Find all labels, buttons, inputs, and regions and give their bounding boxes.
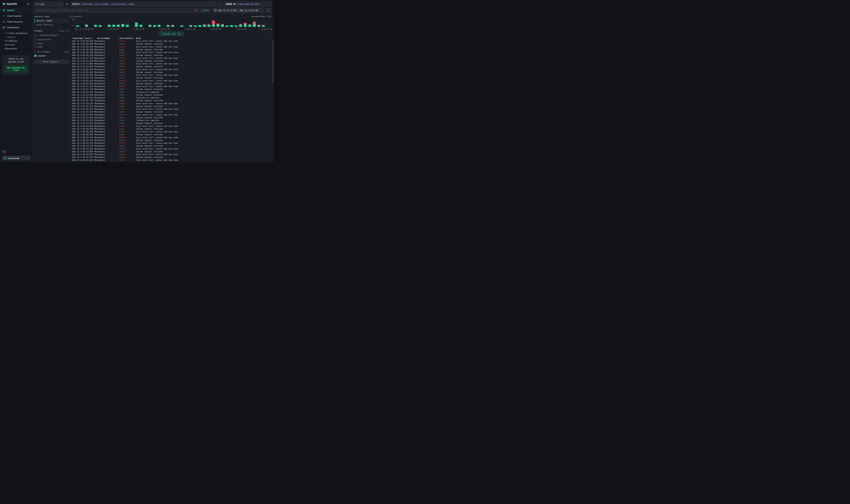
histogram-bar[interactable] [185,19,188,27]
table-row[interactable]: ›May 15 1:41:30.283 PMpaymenterrorVisa c… [70,102,272,105]
row-expand-icon[interactable]: › [70,108,72,111]
filter-checkbox[interactable] [34,46,36,48]
histogram-bar[interactable] [262,19,265,27]
row-expand-icon[interactable]: › [70,125,72,128]
histogram-bar[interactable] [90,19,92,27]
table-settings-icon[interactable]: ⋮ [269,37,272,40]
table-row[interactable]: ›May 15 1:42:04.392 PMpaymenterrorVisa c… [70,74,272,76]
presets-toggle[interactable]: PRESETS [0,35,32,39]
table-row[interactable]: ›May 15 1:40:38.466 PMpaymenterrorVisa c… [70,130,272,133]
histogram-bar[interactable] [112,19,115,27]
sql-select-editor[interactable]: SELECT Timestamp, ServiceName, SeverityT… [70,2,222,6]
table-row[interactable]: ›May 15 1:42:36.184 PMpaymentinfoCharge … [70,54,272,57]
table-row[interactable]: ›May 15 1:41:14.361 PMpaymentinfoCharge … [70,122,272,125]
table-row[interactable]: ›May 15 1:41:25.370 PMpaymentinfoCharge … [70,111,272,113]
histogram-bar[interactable] [94,19,97,27]
run-query-button[interactable]: ▷ [265,8,271,13]
filter-checkbox[interactable] [34,55,36,57]
histogram-bar[interactable] [108,19,111,27]
table-row[interactable]: ›May 15 1:40:24.214 PMpaymentinfoCharge … [70,145,272,147]
row-expand-icon[interactable]: › [70,94,72,96]
histogram-bar[interactable] [103,19,106,27]
table-row[interactable]: ›May 15 1:41:47.823 PMpaymentinfoTransac… [70,96,272,99]
gear-icon[interactable]: ⚙ [65,2,69,6]
table-row[interactable]: ›May 15 1:42:01.814 PMpaymentinfoCharge … [70,82,272,85]
table-row[interactable]: ›May 15 1:42:50.843 PMpaymenterrorVisa c… [70,40,272,42]
table-row[interactable]: ›May 15 1:41:53.274 PMpaymentinfoTransac… [70,91,272,94]
language-sql-option[interactable]: SQL [195,9,198,12]
row-expand-icon[interactable]: › [70,150,72,153]
table-row[interactable]: ›May 15 1:42:43.336 PMpaymentinfoCharge … [70,48,272,51]
histogram-bar[interactable] [176,19,179,27]
row-expand-icon[interactable]: › [70,142,72,145]
local-mode-button[interactable]: U Local mode [2,156,30,161]
sidebar-item-client-sessions[interactable]: Client Sessions [0,19,32,24]
histogram-bar[interactable] [203,19,206,27]
histogram-bar[interactable] [158,19,160,27]
histogram-bar[interactable] [248,19,251,27]
facet-clear-link[interactable]: Clear [64,51,69,53]
row-expand-icon[interactable]: › [70,60,72,62]
row-expand-icon[interactable]: › [70,111,72,113]
order-by-editor[interactable]: ORDER BY TimestampTime DESC [224,2,271,6]
sidebar-collapse-icon[interactable] [27,3,30,5]
analysis-mode-event-patterns[interactable]: Event Patterns [34,23,69,27]
table-row[interactable]: ›May 15 1:41:53.260 PMpaymentinfoCharge … [70,94,272,96]
histogram-bar[interactable] [180,19,183,27]
row-expand-icon[interactable]: › [70,74,72,76]
row-expand-icon[interactable]: › [70,156,72,159]
row-expand-icon[interactable]: › [70,85,72,88]
row-expand-icon[interactable]: › [70,99,72,102]
row-expand-icon[interactable]: › [70,153,72,156]
row-expand-icon[interactable]: › [70,48,72,51]
table-row[interactable]: ›May 15 1:42:13.055 PMpaymenterrorVisa c… [70,62,272,65]
row-expand-icon[interactable]: › [70,54,72,57]
column-resize-handle[interactable]: ⋮ [116,37,120,40]
table-row[interactable]: ›May 15 1:40:26.444 PMpaymentinfoCharge … [70,139,272,142]
row-expand-icon[interactable]: › [70,119,72,122]
row-expand-icon[interactable]: › [70,162,72,162]
column-header-servicename[interactable]: ServiceName⋮ [97,37,120,40]
row-expand-icon[interactable]: › [70,159,72,162]
histogram-bar[interactable] [76,19,79,27]
table-row[interactable]: ›May 15 1:40:26.445 PMpaymenterrorVisa c… [70,136,272,139]
row-expand-icon[interactable]: › [70,46,72,48]
row-expand-icon[interactable]: › [70,102,72,105]
row-expand-icon[interactable]: › [70,147,72,150]
sidebar-item-chart-explorer[interactable]: Chart Explorer [0,13,32,19]
histogram-bar[interactable] [144,19,147,27]
language-lucene-option[interactable]: Lucene [202,9,209,12]
row-expand-icon[interactable]: › [70,57,72,60]
source-select[interactable]: Logs [34,2,64,6]
histogram-bar[interactable] [221,19,224,27]
preset-kubernetes[interactable]: Kubernetes [0,47,32,51]
histogram-bar[interactable] [126,19,129,27]
histogram-bar[interactable] [207,19,210,27]
row-expand-icon[interactable]: › [70,133,72,136]
table-row[interactable]: ›May 15 1:40:10.597 PMpaymentinfoCharge … [70,156,272,159]
sidebar-item-dashboards[interactable]: Dashboards [0,24,32,30]
column-resize-handle[interactable]: ⋮ [94,37,97,40]
histogram-bar[interactable] [217,19,219,27]
table-row[interactable]: ›May 15 1:42:50.834 PMpaymentinfoCharge … [70,42,272,46]
column-header-body[interactable]: Body [136,37,269,40]
table-row[interactable]: ›May 15 1:40:10.601 PMpaymenterrorVisa c… [70,153,272,156]
table-row[interactable]: ›May 15 1:41:21.652 PMpaymentinfoCharge … [70,116,272,119]
histogram-bar[interactable] [194,19,197,27]
histogram-bar[interactable] [212,19,215,27]
row-expand-icon[interactable]: › [70,130,72,133]
filter-option-info[interactable]: info [34,45,69,49]
table-row[interactable]: ›May 15 1:40:14.511 PMpaymenterrorVisa c… [70,147,272,150]
row-expand-icon[interactable]: › [70,122,72,125]
row-expand-icon[interactable]: › [70,82,72,85]
table-row[interactable]: ›May 15 1:40:44.546 PMpaymentinfoCharge … [70,128,272,130]
table-row[interactable]: ›May 15 1:40:44.563 PMpaymenterrorVisa c… [70,125,272,128]
table-row[interactable]: ›May 15 1:42:05.460 PMpaymenterrorVisa c… [70,68,272,71]
histogram-bar[interactable] [167,19,169,27]
denoise-results-toggle[interactable]: Denoise Results [34,34,69,38]
row-expand-icon[interactable]: › [70,136,72,139]
row-expand-icon[interactable]: › [70,139,72,142]
help-button[interactable]: ? [2,150,7,154]
table-row[interactable]: ›May 15 1:41:57.183 PMpaymenterrorVisa c… [70,85,272,88]
row-expand-icon[interactable]: › [70,65,72,68]
